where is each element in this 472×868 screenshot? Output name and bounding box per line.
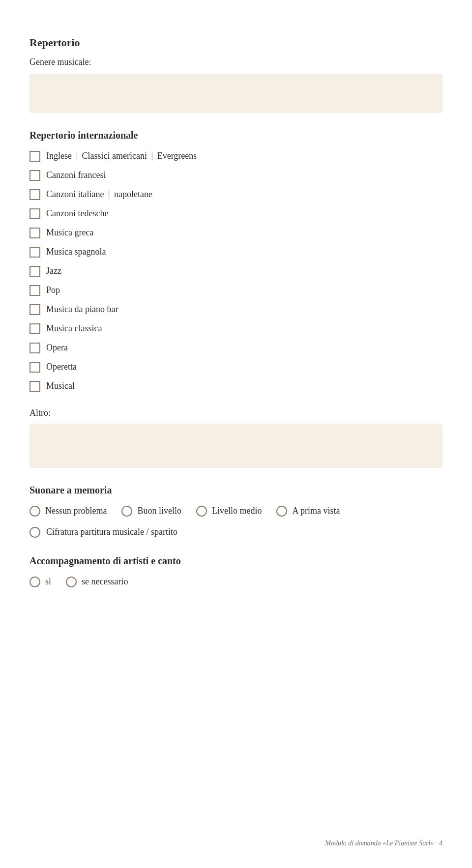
checkbox-operetta[interactable]	[30, 362, 40, 373]
checkbox-row-tedesche: Canzoni tedesche	[30, 207, 442, 220]
radio-buon-circle[interactable]	[121, 506, 132, 517]
checkbox-classica[interactable]	[30, 323, 40, 334]
checkbox-spagnola[interactable]	[30, 247, 40, 258]
label-napoletane: napoletane	[114, 189, 152, 199]
radio-nessun-label: Nessun problema	[45, 504, 107, 518]
radio-buon-label: Buon livello	[137, 504, 181, 518]
page-title: Repertorio	[30, 34, 442, 51]
accompagnamento-title: Accompagnamento di artisti e canto	[30, 553, 442, 568]
altro-input[interactable]	[30, 424, 442, 468]
checkbox-greca[interactable]	[30, 228, 40, 238]
checkbox-jazz-label: Jazz	[46, 264, 61, 278]
checkbox-musical[interactable]	[30, 381, 40, 392]
checkbox-opera-label: Opera	[46, 341, 68, 354]
radio-cifratura-circle[interactable]	[30, 527, 40, 538]
radio-se-necessario: se necessario	[66, 575, 128, 588]
checkbox-opera[interactable]	[30, 343, 40, 353]
checkbox-operetta-label: Operetta	[46, 360, 77, 374]
page-number: 4	[439, 839, 442, 847]
radio-si-label: sì	[45, 575, 51, 588]
checkbox-row-musical: Musical	[30, 379, 442, 393]
checkbox-spagnola-label: Musica spagnola	[46, 245, 106, 259]
checkbox-tedesche[interactable]	[30, 208, 40, 219]
checkbox-jazz[interactable]	[30, 266, 40, 277]
pipe-2: |	[151, 151, 155, 161]
checkbox-tedesche-label: Canzoni tedesche	[46, 207, 108, 220]
suonare-radio-group: Nessun problema Buon livello Livello med…	[30, 504, 442, 518]
radio-medio-circle[interactable]	[196, 506, 207, 517]
radio-si-circle[interactable]	[30, 577, 40, 587]
checkbox-row-pianobar: Musica da piano bar	[30, 303, 442, 316]
checkbox-classica-label: Musica classica	[46, 322, 102, 335]
checkbox-pianobar[interactable]	[30, 304, 40, 315]
checkbox-row-classica: Musica classica	[30, 322, 442, 335]
label-italiane: Canzoni italiane	[46, 189, 104, 199]
footer: Modulo di domanda «Le Pianiste Sarl» 4	[325, 838, 442, 848]
radio-nessun: Nessun problema	[30, 504, 107, 518]
altro-label: Altro:	[30, 406, 442, 420]
checkbox-francesi[interactable]	[30, 170, 40, 181]
footer-text: Modulo di domanda «Le Pianiste Sarl»	[325, 839, 434, 847]
checkbox-row-inglese: Inglese | Classici americani | Evergreen…	[30, 149, 442, 163]
genere-musicale-label: Genere musicale:	[30, 56, 442, 69]
checkbox-row-pop: Pop	[30, 284, 442, 297]
pipe-3: |	[108, 189, 112, 199]
cifratura-label: Cifratura partitura musicale / spartito	[46, 525, 177, 539]
radio-se-necessario-label: se necessario	[82, 575, 128, 588]
checkbox-row-opera: Opera	[30, 341, 442, 354]
pipe-1: |	[76, 151, 80, 161]
radio-si: sì	[30, 575, 51, 588]
checkbox-musical-label: Musical	[46, 379, 75, 393]
checkbox-pop[interactable]	[30, 285, 40, 296]
checkbox-pianobar-label: Musica da piano bar	[46, 303, 118, 316]
cifratura-row: Cifratura partitura musicale / spartito	[30, 525, 442, 539]
genere-musicale-input[interactable]	[30, 74, 442, 113]
checkbox-italiane-label: Canzoni italiane | napoletane	[46, 188, 152, 201]
radio-prima: A prima vista	[276, 504, 340, 518]
checkbox-italiane[interactable]	[30, 189, 40, 200]
repertorio-internazionale-title: Repertorio internazionale	[30, 128, 442, 143]
accompagnamento-radio-group: sì se necessario	[30, 575, 442, 588]
radio-buon: Buon livello	[121, 504, 181, 518]
radio-nessun-circle[interactable]	[30, 506, 40, 517]
checkbox-francesi-label: Canzoni francesi	[46, 169, 106, 182]
label-inglese: Inglese	[46, 151, 72, 161]
checkbox-row-jazz: Jazz	[30, 264, 442, 278]
suonare-title: Suonare a memoria	[30, 483, 442, 497]
radio-prima-circle[interactable]	[276, 506, 287, 517]
radio-medio-label: Livello medio	[212, 504, 262, 518]
radio-medio: Livello medio	[196, 504, 262, 518]
checkbox-row-spagnola: Musica spagnola	[30, 245, 442, 259]
label-evergreens: Evergreens	[157, 151, 197, 161]
checkbox-row-operetta: Operetta	[30, 360, 442, 374]
radio-prima-label: A prima vista	[292, 504, 340, 518]
radio-se-necessario-circle[interactable]	[66, 577, 77, 587]
checkbox-pop-label: Pop	[46, 284, 60, 297]
checkbox-inglese[interactable]	[30, 151, 40, 162]
checkbox-row-greca: Musica greca	[30, 226, 442, 239]
checkbox-row-francesi: Canzoni francesi	[30, 169, 442, 182]
checkbox-row-italiane: Canzoni italiane | napoletane	[30, 188, 442, 201]
label-classici: Classici americani	[82, 151, 147, 161]
checkbox-greca-label: Musica greca	[46, 226, 93, 239]
checkbox-inglese-label: Inglese | Classici americani | Evergreen…	[46, 149, 197, 163]
